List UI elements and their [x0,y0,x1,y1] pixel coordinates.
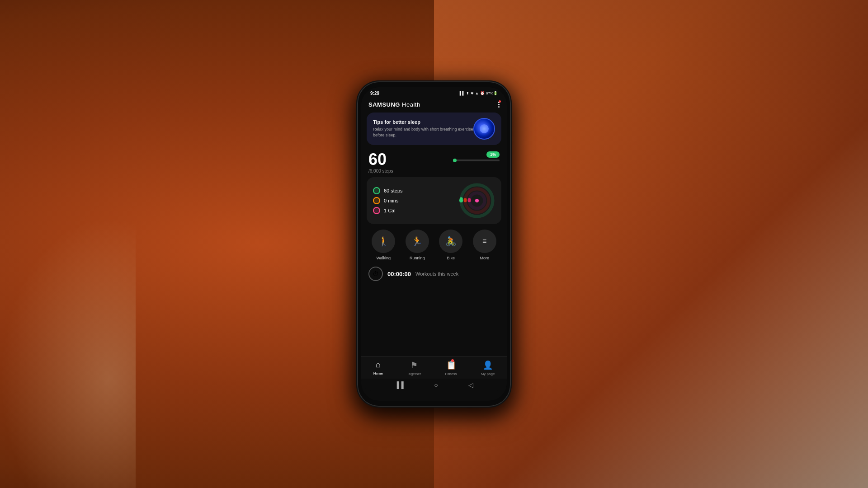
steps-percent-badge: 1% [486,151,500,158]
svg-point-6 [459,199,463,202]
steps-stat: 60 steps [373,187,403,194]
android-nav: ▐▐ ○ ◁ [361,379,507,391]
activity-card[interactable]: 60 steps 0 mins 1 Cal [367,177,501,224]
mins-stat: 0 mins [373,197,403,204]
bottom-nav: ⌂ Home ⚑ Together 📋 Fitness 👤 My pa [361,356,507,379]
walking-icon: 🚶 [378,236,389,247]
profile-icon: 👤 [483,360,493,370]
app-header: SAMSUNG Health [361,98,507,111]
running-icon-wrap: 🏃 [406,230,429,253]
sleep-icon-wrap [473,118,495,140]
action-walking[interactable]: 🚶 Walking [372,230,395,260]
battery-icon: 67%🔋 [486,91,498,95]
home-icon: ⌂ [376,360,381,370]
cal-stat: 1 Cal [373,207,403,214]
alarm-icon: ⏰ [480,91,485,95]
activity-stats: 60 steps 0 mins 1 Cal [373,187,403,214]
notification-badge [499,100,501,103]
sleep-tip-text: Tips for better sleep Relax your mind an… [373,119,473,138]
steps-left: 60 /6,000 steps [368,151,393,174]
walking-label: Walking [376,256,391,260]
sleep-tip-card[interactable]: Tips for better sleep Relax your mind an… [367,113,501,145]
fitness-icon: 📋 [446,360,456,370]
status-bar: 9:29 ▌▌ ⬆ ✱ ▲ ⏰ 67%🔋 [361,87,507,98]
bike-label: Bike [447,256,455,260]
svg-point-7 [475,199,479,202]
sleep-circle-icon [473,118,495,140]
workout-section[interactable]: ⏱ 00:00:00 Workouts this week [361,264,507,285]
steps-count: 60 [368,151,393,168]
mins-stat-label: 0 mins [384,198,398,203]
nav-home[interactable]: ⌂ Home [373,360,383,376]
home-label: Home [373,371,383,375]
steps-stat-label: 60 steps [384,188,403,193]
mins-dot [373,197,380,204]
android-home[interactable]: ○ [434,381,438,389]
walking-icon-wrap: 🚶 [372,230,395,253]
more-list-icon: ≡ [482,237,486,245]
phone-screen: 9:29 ▌▌ ⬆ ✱ ▲ ⏰ 67%🔋 SAMSUNG Heal [361,87,507,401]
bt-icon: ✱ [471,91,474,95]
together-label: Together [407,372,421,376]
phone-outer-frame: 9:29 ▌▌ ⬆ ✱ ▲ ⏰ 67%🔋 SAMSUNG Heal [357,81,511,407]
sleep-tip-desc: Relax your mind and body with short brea… [373,127,473,138]
mypage-label: My page [481,372,495,376]
menu-button[interactable] [498,102,500,108]
quick-actions: 🚶 Walking 🏃 Running 🚴 Bi [361,228,507,264]
nav-together[interactable]: ⚑ Together [407,360,421,376]
steps-progress-bar [454,160,500,161]
app-content: SAMSUNG Health Tips for better sleep Rel… [361,98,507,391]
phone-device: 9:29 ▌▌ ⬆ ✱ ▲ ⏰ 67%🔋 SAMSUNG Heal [357,81,511,407]
steps-dot [373,187,380,194]
status-icons: ▌▌ ⬆ ✱ ▲ ⏰ 67%🔋 [460,91,498,95]
android-recents[interactable]: ▐▐ [395,381,404,389]
menu-dot [498,104,500,105]
steps-progress-dot [453,159,457,162]
more-icon-wrap: ≡ [473,230,496,253]
menu-dot [498,106,500,108]
fitness-label: Fitness [445,372,457,376]
cal-dot [373,207,380,214]
bike-icon-wrap: 🚴 [439,230,462,253]
more-label: More [480,256,489,260]
workout-time: 00:00:00 [387,271,411,277]
running-label: Running [410,256,425,260]
steps-section[interactable]: 60 /6,000 steps 1% [361,149,507,177]
cal-stat-label: 1 Cal [384,208,396,213]
workout-timer-icon: ⏱ [368,267,383,281]
steps-goal: /6,000 steps [368,169,393,174]
nav-mypage[interactable]: 👤 My page [481,360,495,376]
signal-icon: ▌▌ [460,91,465,95]
app-logo: SAMSUNG Health [368,101,420,108]
nav-fitness[interactable]: 📋 Fitness [445,360,457,376]
bike-icon: 🚴 [445,236,457,247]
data-icon: ⬆ [466,91,469,95]
status-time: 9:29 [370,91,379,96]
activity-rings [459,183,495,219]
steps-progress-wrap: 1% [454,151,500,161]
steps-row: 60 /6,000 steps 1% [368,151,500,174]
workout-label: Workouts this week [415,271,458,277]
action-more[interactable]: ≡ More [473,230,496,260]
running-icon: 🏃 [411,236,423,247]
together-icon: ⚑ [410,360,418,370]
action-bike[interactable]: 🚴 Bike [439,230,462,260]
android-back[interactable]: ◁ [468,381,473,389]
action-running[interactable]: 🏃 Running [406,230,429,260]
wifi-icon: ▲ [475,91,479,95]
sleep-tip-title: Tips for better sleep [373,119,473,125]
